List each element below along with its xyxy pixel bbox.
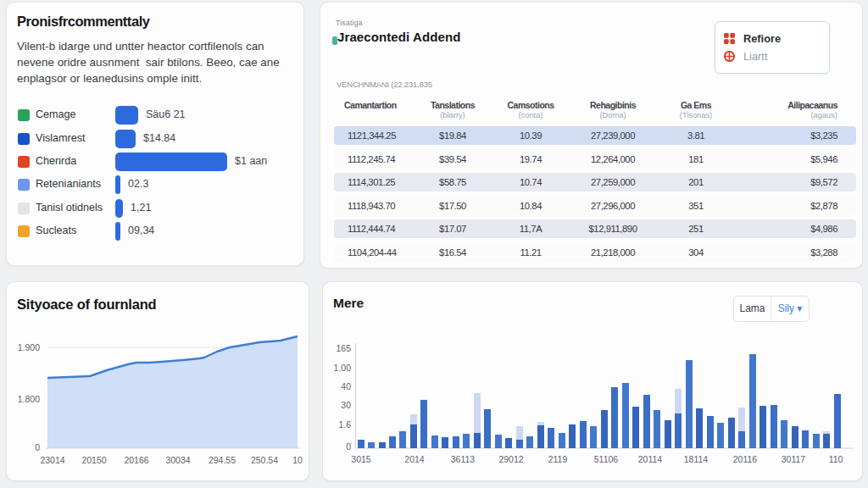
svg-text:30034: 30034 bbox=[165, 455, 190, 465]
svg-text:40: 40 bbox=[341, 381, 351, 391]
svg-text:250.54: 250.54 bbox=[251, 455, 278, 465]
svg-text:10: 10 bbox=[292, 455, 303, 465]
svg-text:294.55: 294.55 bbox=[209, 455, 236, 465]
svg-text:110: 110 bbox=[829, 454, 843, 464]
svg-text:0: 0 bbox=[346, 441, 351, 452]
svg-text:20166: 20166 bbox=[124, 455, 148, 465]
svg-text:2014: 2014 bbox=[404, 454, 425, 464]
svg-text:30: 30 bbox=[341, 400, 351, 410]
svg-text:20114: 20114 bbox=[638, 454, 663, 464]
svg-text:30117: 30117 bbox=[782, 454, 806, 464]
svg-text:51106: 51106 bbox=[594, 454, 619, 464]
svg-text:2119: 2119 bbox=[548, 454, 568, 464]
svg-text:0: 0 bbox=[35, 442, 40, 452]
svg-text:18114: 18114 bbox=[684, 454, 709, 464]
svg-text:20116: 20116 bbox=[733, 454, 758, 464]
svg-text:29012: 29012 bbox=[498, 454, 523, 464]
svg-text:36113: 36113 bbox=[451, 454, 476, 464]
svg-text:1.00: 1.00 bbox=[334, 363, 352, 373]
svg-text:20150: 20150 bbox=[81, 455, 106, 465]
svg-text:1.800: 1.800 bbox=[18, 394, 40, 404]
svg-text:165: 165 bbox=[336, 343, 351, 353]
svg-text:1.6: 1.6 bbox=[338, 419, 351, 430]
svg-text:3015: 3015 bbox=[351, 454, 371, 464]
svg-text:23014: 23014 bbox=[40, 455, 64, 465]
svg-text:1.900: 1.900 bbox=[18, 342, 40, 352]
